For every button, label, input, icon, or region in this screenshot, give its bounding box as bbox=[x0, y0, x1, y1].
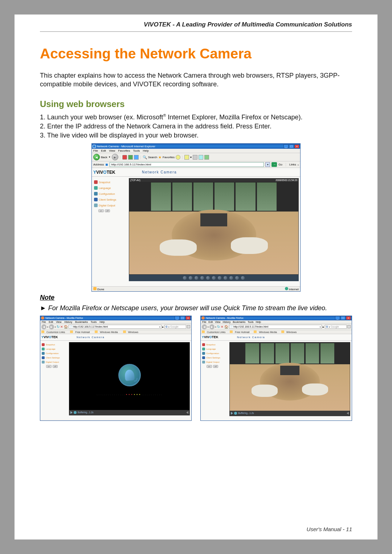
sidebar-item-snapshot[interactable]: Snapshot bbox=[202, 343, 226, 346]
home-icon[interactable]: 🏠 bbox=[64, 325, 68, 329]
bmk-windows[interactable]: Windows bbox=[123, 331, 140, 333]
menu-help[interactable]: Help bbox=[256, 321, 261, 323]
reload-icon[interactable]: ↻ bbox=[57, 325, 60, 329]
minimize-button[interactable]: _ bbox=[283, 144, 289, 148]
menu-view[interactable]: View bbox=[109, 149, 115, 152]
menu-history[interactable]: History bbox=[222, 321, 230, 323]
menu-help[interactable]: Help bbox=[99, 321, 105, 323]
sidebar-item-configuration[interactable]: Configuration bbox=[94, 192, 125, 196]
maximize-button[interactable]: □ bbox=[180, 316, 185, 320]
home-icon[interactable] bbox=[134, 155, 139, 160]
play-button[interactable] bbox=[231, 412, 233, 415]
menu-favorites[interactable]: Favorites bbox=[118, 149, 130, 152]
ctrl-btn[interactable] bbox=[235, 276, 239, 280]
ctrl-btn[interactable] bbox=[223, 276, 228, 280]
stop-icon[interactable]: ✕ bbox=[221, 325, 224, 329]
sidebar-item-language[interactable]: Language bbox=[94, 186, 125, 190]
play-button[interactable] bbox=[70, 411, 73, 414]
back-button[interactable]: ◄ bbox=[41, 324, 46, 329]
print-icon[interactable] bbox=[193, 155, 197, 160]
menu-file[interactable]: File bbox=[93, 149, 98, 152]
search-input[interactable]: G▾Google bbox=[325, 325, 347, 329]
bmk-windowsmedia[interactable]: Windows Media bbox=[254, 331, 279, 333]
ctrl-btn[interactable] bbox=[217, 276, 222, 280]
sidebar-item-digital-output[interactable]: Digital Output bbox=[202, 361, 226, 364]
close-button[interactable]: × bbox=[294, 144, 299, 148]
address-input[interactable] bbox=[110, 162, 264, 167]
off-button[interactable]: off bbox=[53, 365, 58, 368]
search-button[interactable] bbox=[347, 325, 351, 328]
menu-file[interactable]: File bbox=[42, 321, 46, 323]
sidebar-item-configuration[interactable]: Configuration bbox=[42, 352, 66, 355]
menu-bookmarks[interactable]: Bookmarks bbox=[233, 321, 245, 323]
menu-edit[interactable]: Edit bbox=[208, 321, 213, 323]
sidebar-item-snapshot[interactable]: Snapshot bbox=[94, 180, 125, 184]
ctrl-btn[interactable] bbox=[183, 276, 187, 280]
address-dropdown[interactable]: ▾ bbox=[265, 162, 270, 167]
refresh-icon[interactable] bbox=[128, 155, 133, 160]
search-icon[interactable]: 🔍 bbox=[143, 155, 147, 159]
sidebar-item-client-settings[interactable]: Client Settings bbox=[42, 356, 66, 359]
sidebar-item-client-settings[interactable]: Client Settings bbox=[94, 198, 125, 201]
edit-icon[interactable] bbox=[199, 155, 203, 160]
forward-button[interactable]: ► bbox=[112, 154, 118, 160]
menu-file[interactable]: File bbox=[202, 321, 206, 323]
forward-button[interactable]: ► bbox=[209, 324, 215, 329]
menu-view[interactable]: View bbox=[215, 321, 220, 323]
reload-icon[interactable]: ↻ bbox=[217, 325, 220, 329]
back-button[interactable]: ◄ bbox=[93, 154, 100, 160]
sidebar-item-snapshot[interactable]: Snapshot bbox=[42, 343, 66, 346]
stop-icon[interactable] bbox=[122, 155, 127, 160]
menu-button[interactable] bbox=[347, 412, 349, 415]
sidebar-item-language[interactable]: Language bbox=[42, 348, 66, 350]
home-icon[interactable]: 🏠 bbox=[224, 325, 228, 329]
sidebar-item-digital-output[interactable]: Digital Output bbox=[42, 361, 66, 364]
forward-button[interactable]: ► bbox=[49, 324, 54, 329]
messenger-icon[interactable] bbox=[204, 155, 209, 160]
maximize-button[interactable]: □ bbox=[340, 316, 346, 320]
menu-tools[interactable]: Tools bbox=[91, 321, 97, 323]
history-icon[interactable] bbox=[176, 155, 180, 160]
back-button[interactable]: ◄ bbox=[202, 324, 207, 329]
menu-bookmarks[interactable]: Bookmarks bbox=[75, 321, 88, 323]
on-button[interactable]: on bbox=[98, 209, 104, 212]
off-button[interactable]: off bbox=[105, 209, 110, 212]
search-input[interactable]: G▾Google bbox=[164, 325, 186, 329]
close-button[interactable]: × bbox=[185, 316, 191, 320]
ctrl-btn[interactable] bbox=[229, 276, 233, 280]
bmk-hotmail[interactable]: Free Hotmail bbox=[70, 331, 92, 333]
sidebar-item-client-settings[interactable]: Client Settings bbox=[202, 356, 226, 359]
favorites-label[interactable]: Favorites bbox=[163, 156, 175, 159]
on-button[interactable]: on bbox=[207, 365, 212, 368]
menu-history[interactable]: History bbox=[64, 321, 72, 323]
search-label[interactable]: Search bbox=[148, 156, 157, 159]
sidebar-item-configuration[interactable]: Configuration bbox=[202, 352, 226, 355]
ctrl-btn[interactable] bbox=[241, 276, 245, 280]
menu-view[interactable]: View bbox=[56, 321, 61, 323]
maximize-button[interactable]: □ bbox=[289, 144, 294, 148]
bmk-windows[interactable]: Windows bbox=[281, 331, 299, 333]
ctrl-btn[interactable] bbox=[200, 276, 204, 280]
menu-help[interactable]: Help bbox=[143, 149, 149, 152]
on-button[interactable]: on bbox=[46, 365, 52, 368]
links-label[interactable]: Links bbox=[289, 163, 296, 166]
address-input[interactable]: 📄http://192.168.5.117/index.html▾ bbox=[229, 325, 322, 329]
ctrl-btn[interactable] bbox=[188, 276, 193, 280]
minimize-button[interactable]: _ bbox=[335, 316, 340, 320]
menu-tools[interactable]: Tools bbox=[248, 321, 253, 323]
bmk-customize[interactable]: Customize Links bbox=[41, 331, 67, 333]
menu-button[interactable] bbox=[186, 411, 188, 414]
search-button[interactable] bbox=[187, 325, 190, 328]
bmk-customize[interactable]: Customize Links bbox=[202, 331, 228, 333]
ctrl-btn[interactable] bbox=[212, 276, 216, 280]
menu-edit[interactable]: Edit bbox=[101, 149, 106, 152]
bmk-hotmail[interactable]: Free Hotmail bbox=[230, 331, 252, 333]
ctrl-btn[interactable] bbox=[206, 276, 210, 280]
bmk-windowsmedia[interactable]: Windows Media bbox=[95, 331, 120, 333]
sidebar-item-digital-output[interactable]: Digital Output bbox=[94, 204, 125, 207]
sidebar-item-language[interactable]: Language bbox=[202, 348, 226, 350]
address-input[interactable]: 📄http://192.168.5.117/index.html▾ bbox=[69, 325, 162, 329]
favorites-icon[interactable]: ★ bbox=[158, 155, 162, 159]
close-button[interactable]: × bbox=[346, 316, 351, 320]
go-button[interactable]: → bbox=[271, 162, 277, 167]
